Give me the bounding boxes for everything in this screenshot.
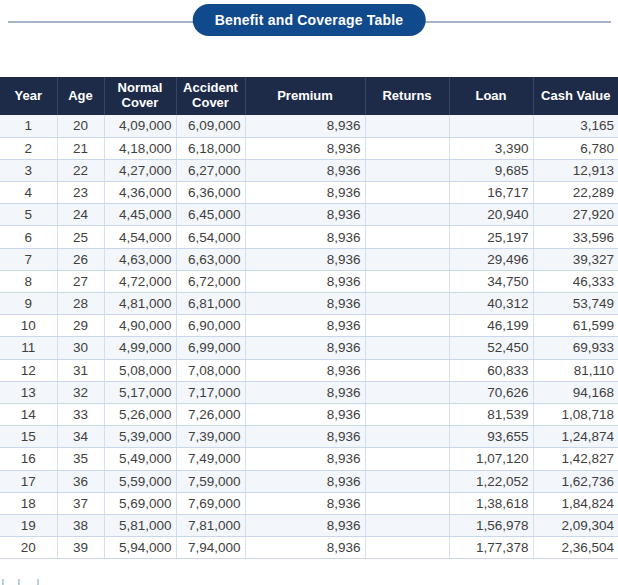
- cell-premium: 8,936: [245, 448, 365, 470]
- cell-age: 29: [57, 315, 104, 337]
- cell-cash-value: 2,09,304: [533, 514, 618, 536]
- cell-year: 10: [0, 315, 57, 337]
- cell-normal-cover: 5,26,000: [104, 403, 176, 425]
- cell-age: 32: [57, 381, 104, 403]
- cell-loan: 1,07,120: [449, 448, 533, 470]
- cell-year: 8: [0, 270, 57, 292]
- cell-year: 15: [0, 426, 57, 448]
- cell-loan: 34,750: [449, 270, 533, 292]
- cell-loan: 81,539: [449, 403, 533, 425]
- cell-normal-cover: 4,45,000: [104, 204, 176, 226]
- cell-year: 1: [0, 115, 57, 137]
- cell-cash-value: 53,749: [533, 293, 618, 315]
- table-row: 18375,69,0007,69,0008,9361,38,6181,84,82…: [0, 492, 618, 514]
- cell-cash-value: 69,933: [533, 337, 618, 359]
- cell-premium: 8,936: [245, 226, 365, 248]
- table-row: 4234,36,0006,36,0008,93616,71722,289: [0, 182, 618, 204]
- cell-cash-value: 1,62,736: [533, 470, 618, 492]
- cell-normal-cover: 5,81,000: [104, 514, 176, 536]
- cell-returns: [365, 537, 449, 559]
- table-row: 14335,26,0007,26,0008,93681,5391,08,718: [0, 403, 618, 425]
- cell-accident-cover: 7,26,000: [176, 403, 245, 425]
- cell-age: 27: [57, 270, 104, 292]
- cell-cash-value: 6,780: [533, 137, 618, 159]
- cell-loan: 29,496: [449, 248, 533, 270]
- cell-age: 30: [57, 337, 104, 359]
- cell-year: 13: [0, 381, 57, 403]
- table-row: 20395,94,0007,94,0008,9361,77,3782,36,50…: [0, 537, 618, 559]
- cell-cash-value: 1,24,874: [533, 426, 618, 448]
- cell-year: 14: [0, 403, 57, 425]
- cell-age: 36: [57, 470, 104, 492]
- column-header-accident-cover: Accident Cover: [176, 77, 245, 115]
- cell-age: 28: [57, 293, 104, 315]
- cell-returns: [365, 226, 449, 248]
- cell-premium: 8,936: [245, 115, 365, 137]
- cell-premium: 8,936: [245, 204, 365, 226]
- cell-accident-cover: 6,90,000: [176, 315, 245, 337]
- cell-cash-value: 81,110: [533, 359, 618, 381]
- cell-accident-cover: 6,54,000: [176, 226, 245, 248]
- cell-age: 20: [57, 115, 104, 137]
- cell-premium: 8,936: [245, 248, 365, 270]
- cell-returns: [365, 470, 449, 492]
- cell-accident-cover: 6,09,000: [176, 115, 245, 137]
- cell-age: 24: [57, 204, 104, 226]
- cell-returns: [365, 448, 449, 470]
- cell-returns: [365, 315, 449, 337]
- cell-age: 22: [57, 159, 104, 181]
- cell-returns: [365, 492, 449, 514]
- cell-loan: 70,626: [449, 381, 533, 403]
- cell-premium: 8,936: [245, 159, 365, 181]
- cell-loan: [449, 115, 533, 137]
- cell-returns: [365, 204, 449, 226]
- cell-accident-cover: 6,27,000: [176, 159, 245, 181]
- table-row: 15345,39,0007,39,0008,93693,6551,24,874: [0, 426, 618, 448]
- cell-accident-cover: 7,94,000: [176, 537, 245, 559]
- cell-year: 19: [0, 514, 57, 536]
- cell-returns: [365, 293, 449, 315]
- cell-year: 12: [0, 359, 57, 381]
- cell-loan: 46,199: [449, 315, 533, 337]
- cell-age: 35: [57, 448, 104, 470]
- cell-cash-value: 3,165: [533, 115, 618, 137]
- cell-year: 20: [0, 537, 57, 559]
- cell-premium: 8,936: [245, 514, 365, 536]
- cell-age: 33: [57, 403, 104, 425]
- cell-year: 17: [0, 470, 57, 492]
- cell-returns: [365, 137, 449, 159]
- table-row: 12315,08,0007,08,0008,93660,83381,110: [0, 359, 618, 381]
- cell-premium: 8,936: [245, 470, 365, 492]
- title-band: Benefit and Coverage Table: [0, 0, 618, 77]
- cell-cash-value: 22,289: [533, 182, 618, 204]
- cell-cash-value: 39,327: [533, 248, 618, 270]
- cell-year: 9: [0, 293, 57, 315]
- cell-normal-cover: 4,99,000: [104, 337, 176, 359]
- cell-year: 7: [0, 248, 57, 270]
- cell-returns: [365, 159, 449, 181]
- cell-normal-cover: 5,49,000: [104, 448, 176, 470]
- cell-returns: [365, 270, 449, 292]
- cell-cash-value: 1,42,827: [533, 448, 618, 470]
- cell-year: 3: [0, 159, 57, 181]
- cell-accident-cover: 6,99,000: [176, 337, 245, 359]
- cell-cash-value: 61,599: [533, 315, 618, 337]
- cell-normal-cover: 4,36,000: [104, 182, 176, 204]
- cell-accident-cover: 6,72,000: [176, 270, 245, 292]
- cell-cash-value: 94,168: [533, 381, 618, 403]
- cutoff-tick: [37, 579, 39, 585]
- cell-premium: 8,936: [245, 315, 365, 337]
- cell-returns: [365, 337, 449, 359]
- column-header-premium: Premium: [245, 77, 365, 115]
- cell-premium: 8,936: [245, 381, 365, 403]
- cell-loan: 40,312: [449, 293, 533, 315]
- table-row: 1204,09,0006,09,0008,9363,165: [0, 115, 618, 137]
- cell-loan: 1,22,052: [449, 470, 533, 492]
- cell-accident-cover: 6,36,000: [176, 182, 245, 204]
- cell-accident-cover: 6,63,000: [176, 248, 245, 270]
- cell-loan: 93,655: [449, 426, 533, 448]
- cell-year: 4: [0, 182, 57, 204]
- cell-age: 25: [57, 226, 104, 248]
- cell-returns: [365, 381, 449, 403]
- cell-returns: [365, 182, 449, 204]
